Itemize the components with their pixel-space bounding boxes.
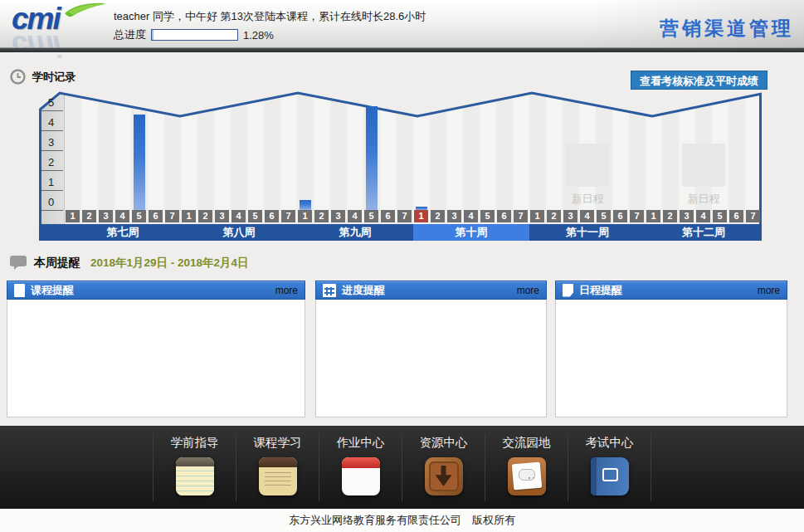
day-label: 6 <box>497 210 511 222</box>
panel-title: 课程提醒 <box>31 283 275 298</box>
day-label: 1 <box>182 210 196 222</box>
day-label: 5 <box>132 210 146 222</box>
day-label: 2 <box>314 210 329 222</box>
nav-item[interactable]: 考试中心 <box>568 433 651 501</box>
day-label: 4 <box>348 210 362 222</box>
speech-bubble-icon <box>10 255 27 271</box>
day-label: 5 <box>713 210 727 222</box>
header: cmi cmi teacher 同学，中午好 第13次登陆本课程，累计在线时长2… <box>0 0 804 47</box>
panel-header: 课程提醒 more <box>7 281 305 300</box>
panel-title: 日程提醒 <box>579 283 758 298</box>
y-axis-tick-label: 5 <box>39 96 63 110</box>
day-label: 1 <box>646 210 660 222</box>
day-label: 7 <box>746 210 760 222</box>
day-label: 6 <box>613 210 627 222</box>
day-label: 3 <box>331 210 345 222</box>
new-schedule-placeholder <box>566 144 609 187</box>
notebook-icon <box>259 457 297 495</box>
day-label: 5 <box>364 210 378 222</box>
progress-label: 总进度 <box>114 27 146 42</box>
day-label: 7 <box>514 210 528 222</box>
week-band: 第七周第八周第九周第十周第十一周第十二周 <box>39 224 762 241</box>
new-schedule-placeholder <box>682 144 725 187</box>
nav-item[interactable]: 交流园地 <box>485 433 568 501</box>
study-hours-bar <box>416 207 427 210</box>
calendar-grid-icon <box>323 284 336 297</box>
reminder-panels: 课程提醒 more 进度提醒 more 日程提醒 more <box>7 281 797 417</box>
week-tab[interactable]: 第十二周 <box>646 224 762 241</box>
y-axis-tick-label: 3 <box>39 136 63 149</box>
day-label: 3 <box>563 210 577 222</box>
y-axis-tick-line <box>41 170 63 171</box>
progress-fill <box>152 30 153 40</box>
progress-bar <box>151 29 238 41</box>
day-label: 3 <box>215 210 229 222</box>
nav-item-label: 课程学习 <box>254 435 302 451</box>
study-hours-bar <box>134 115 145 210</box>
logo-reflection: cmi <box>12 31 60 61</box>
y-axis-tick-label: 4 <box>39 116 63 129</box>
more-link[interactable]: more <box>758 285 780 296</box>
more-link[interactable]: more <box>517 285 539 296</box>
bottom-navigation: 学前指导 课程学习 作业中心 资源中心 交流园地 考试中心 <box>0 426 804 509</box>
week-tab[interactable]: 第十一周 <box>529 224 646 241</box>
day-label: 7 <box>281 210 295 222</box>
nav-item[interactable]: 课程学习 <box>236 433 319 501</box>
study-hours-bar <box>300 200 311 210</box>
new-schedule-label: 新日程 <box>646 192 762 207</box>
day-label: 5 <box>597 210 611 222</box>
day-label: 3 <box>680 210 694 222</box>
day-label: 2 <box>198 210 212 222</box>
day-label: 1 <box>530 210 544 222</box>
day-label: 2 <box>82 210 96 222</box>
clock-icon <box>10 69 26 85</box>
y-axis-tick-line <box>41 130 63 131</box>
y-axis-tick-line <box>41 150 63 151</box>
week-tab[interactable]: 第九周 <box>297 224 413 241</box>
day-label: 3 <box>447 210 461 222</box>
panel-title: 进度提醒 <box>342 283 517 298</box>
week-tab[interactable]: 第十周 <box>413 224 529 241</box>
day-label: 4 <box>115 210 129 222</box>
week-date-range: 2018年1月29日 - 2018年2月4日 <box>90 256 249 271</box>
progress-value: 1.28% <box>243 29 274 41</box>
cmi-logo[interactable]: cmi cmi <box>12 3 60 61</box>
week-tab[interactable]: 第七周 <box>65 224 181 241</box>
day-label: 7 <box>630 210 644 222</box>
day-label: 4 <box>580 210 594 222</box>
nav-item[interactable]: 学前指导 <box>153 433 236 501</box>
download-icon <box>425 457 463 495</box>
nav-item[interactable]: 作业中心 <box>319 433 402 501</box>
panel-header: 进度提醒 more <box>315 281 547 300</box>
day-label: 3 <box>99 210 113 222</box>
header-divider <box>0 47 804 52</box>
overall-progress: 总进度 1.28% <box>114 27 274 42</box>
nav-item-label: 资源中心 <box>420 435 468 451</box>
study-hours-bar <box>366 106 378 210</box>
chart-marks-layer: 5432101234567123456712345671234567123456… <box>39 91 762 241</box>
nav-item[interactable]: 资源中心 <box>402 433 485 501</box>
day-label: 2 <box>547 210 561 222</box>
week-tab[interactable]: 第八周 <box>181 224 297 241</box>
study-hours-chart: 5432101234567123456712345671234567123456… <box>39 91 762 241</box>
day-label: 1 <box>66 210 80 222</box>
y-axis-tick-label: 2 <box>39 156 63 169</box>
chat-icon <box>508 457 546 495</box>
y-axis-tick-line <box>41 210 63 211</box>
more-link[interactable]: more <box>275 285 298 296</box>
nav-item-label: 学前指导 <box>171 435 219 451</box>
weekly-reminder-header: 本周提醒 2018年1月29日 - 2018年2月4日 <box>10 255 249 271</box>
page-icon <box>563 284 573 297</box>
exam-book-icon <box>591 457 629 495</box>
day-label: 5 <box>480 210 495 222</box>
y-axis-tick-label: 0 <box>39 196 63 209</box>
notepad-icon <box>176 457 214 495</box>
reminder-panel: 日程提醒 more <box>555 281 787 417</box>
view-assessment-button[interactable]: 查看考核标准及平时成绩 <box>631 71 767 90</box>
study-hours-header: 学时记录 <box>10 69 76 85</box>
day-label: 1 <box>298 210 312 222</box>
course-title: 营销渠道管理 <box>660 16 794 41</box>
logo-swoosh-icon <box>63 0 110 18</box>
day-label: 2 <box>663 210 677 222</box>
new-schedule-label: 新日程 <box>529 192 646 207</box>
